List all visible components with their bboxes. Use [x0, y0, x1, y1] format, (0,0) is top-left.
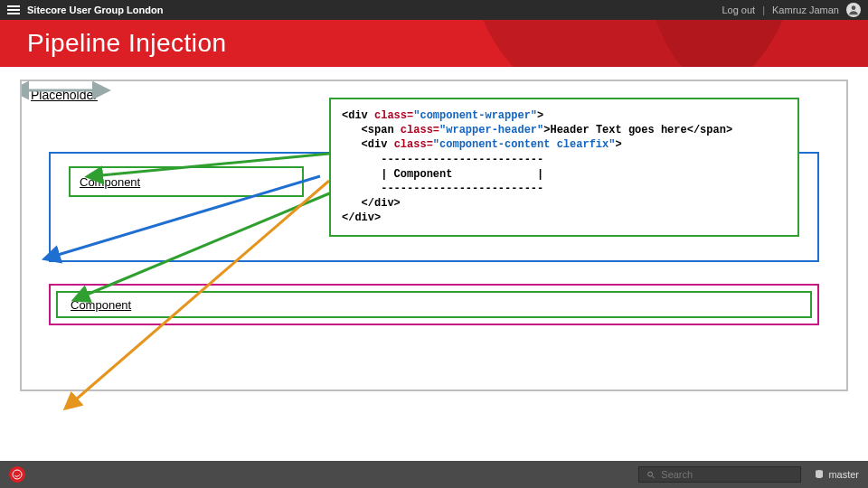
- component-2-box: Component: [49, 284, 819, 325]
- search-icon: [646, 470, 656, 480]
- placeholder-container: Placeholder Component Component <div cla…: [20, 80, 848, 391]
- database-icon: [814, 469, 825, 480]
- database-label: master: [828, 469, 859, 480]
- svg-line-8: [653, 475, 655, 477]
- avatar-icon[interactable]: [846, 3, 861, 17]
- topbar-right: Log out | Kamruz Jaman: [722, 3, 861, 17]
- sitecore-logo-icon: [9, 466, 25, 483]
- topbar: Sitecore User Group London Log out | Kam…: [0, 0, 868, 20]
- svg-point-0: [852, 5, 856, 10]
- code-block: <div class="component-wrapper"> <span cl…: [342, 108, 787, 226]
- username-label: Kamruz Jaman: [772, 5, 839, 15]
- search-input[interactable]: [661, 469, 793, 480]
- component-2-label: Component: [71, 298, 131, 312]
- svg-point-6: [13, 470, 22, 479]
- search-box[interactable]: [638, 466, 801, 483]
- footer-bar: master: [0, 461, 868, 488]
- code-callout: <div class="component-wrapper"> <span cl…: [329, 98, 799, 237]
- divider: |: [762, 5, 765, 15]
- component-1-box: Component: [69, 166, 304, 197]
- content-area: Placeholder Component Component <div cla…: [0, 67, 868, 461]
- group-title: Sitecore User Group London: [27, 5, 163, 15]
- database-indicator[interactable]: master: [814, 469, 859, 480]
- title-banner: Pipeline Injection: [0, 20, 868, 67]
- placeholder-label: Placeholder: [31, 88, 98, 102]
- page-title: Pipeline Injection: [0, 20, 868, 67]
- menu-icon[interactable]: [7, 5, 20, 15]
- logout-link[interactable]: Log out: [722, 5, 755, 15]
- svg-point-7: [648, 472, 653, 476]
- component-1-label: Component: [80, 175, 140, 189]
